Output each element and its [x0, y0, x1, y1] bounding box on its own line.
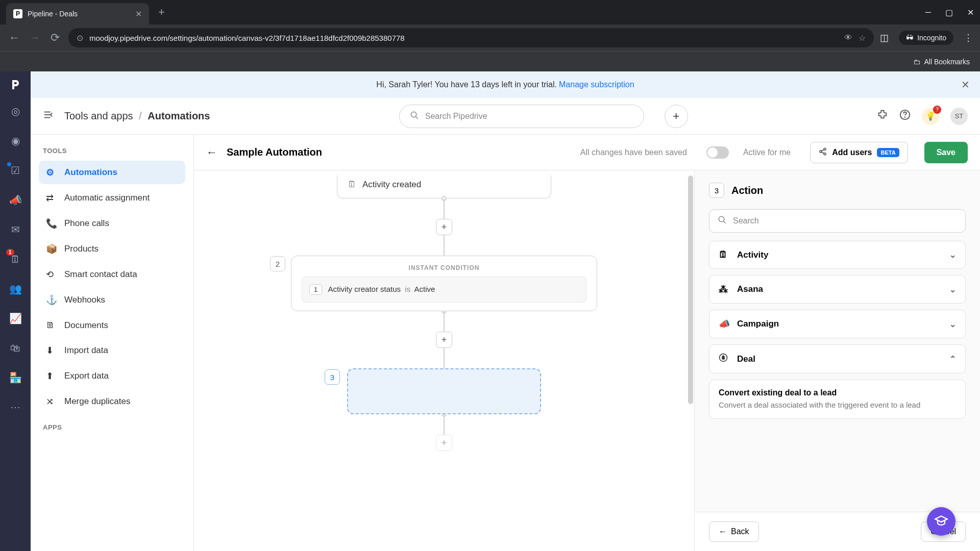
- add-step-button[interactable]: +: [436, 435, 452, 451]
- site-info-icon[interactable]: ⊙: [77, 33, 83, 43]
- import-icon: ⬇: [46, 345, 57, 356]
- back-arrow-icon[interactable]: ←: [206, 146, 217, 159]
- sidebar-item-merge[interactable]: ⤨ Merge duplicates: [39, 390, 185, 413]
- maximize-icon[interactable]: ▢: [945, 8, 953, 17]
- rail-contacts-icon[interactable]: 👥: [5, 279, 26, 299]
- automation-canvas[interactable]: 🗓 Activity created + 2: [194, 170, 694, 551]
- action-description: Convert a deal associated with the trigg…: [719, 399, 956, 410]
- close-window-icon[interactable]: ✕: [967, 8, 974, 17]
- forward-nav-icon[interactable]: →: [28, 31, 42, 44]
- condition-field: Activity creator status: [328, 285, 401, 293]
- sidebar-item-import[interactable]: ⬇ Import data: [39, 339, 185, 362]
- hide-icon[interactable]: 👁: [844, 33, 852, 42]
- connector: [444, 348, 445, 368]
- active-toggle[interactable]: [706, 146, 729, 159]
- sidebar-heading-apps: APPS: [39, 423, 185, 431]
- minimize-icon[interactable]: ─: [925, 8, 931, 17]
- sidebar-toggle-icon[interactable]: [43, 109, 54, 123]
- app-header: Tools and apps / Automations Search Pipe…: [31, 98, 980, 135]
- reload-icon[interactable]: ⟳: [48, 31, 62, 44]
- user-avatar[interactable]: ST: [950, 108, 968, 125]
- side-panel-icon[interactable]: ◫: [880, 32, 889, 43]
- trigger-node[interactable]: 🗓 Activity created: [337, 176, 551, 198]
- rail-mail-icon[interactable]: ✉: [5, 219, 26, 240]
- url-input[interactable]: ⊙ moodjoy.pipedrive.com/settings/automat…: [68, 28, 874, 47]
- category-asana[interactable]: ⁂ Asana ⌄: [709, 275, 966, 304]
- quick-add-button[interactable]: +: [665, 105, 688, 128]
- help-icon[interactable]: [899, 109, 911, 123]
- breadcrumb-parent[interactable]: Tools and apps: [64, 110, 133, 121]
- sidebar-item-phone-calls[interactable]: 📞 Phone calls: [39, 212, 185, 235]
- rail-more-icon[interactable]: ⋯: [5, 397, 26, 417]
- automation-title[interactable]: Sample Automation: [227, 146, 322, 158]
- category-activity[interactable]: 🗓 Activity ⌄: [709, 241, 966, 269]
- global-search-input[interactable]: Search Pipedrive: [399, 105, 644, 128]
- add-step-button[interactable]: +: [436, 332, 452, 348]
- rail-campaigns-icon[interactable]: 📣: [5, 190, 26, 210]
- rail-insights-icon[interactable]: 📈: [5, 308, 26, 329]
- back-nav-icon[interactable]: ←: [7, 31, 21, 44]
- panel-back-button[interactable]: ← Back: [709, 521, 759, 542]
- asana-icon: ⁂: [719, 284, 730, 295]
- rail-deals-icon[interactable]: ◉: [5, 131, 26, 151]
- condition-value: Active: [414, 285, 435, 293]
- rail-marketplace-icon[interactable]: 🏪: [5, 367, 26, 388]
- condition-node[interactable]: 2 INSTANT CONDITION 1 Activity creator s…: [194, 256, 694, 311]
- sidebar-item-documents[interactable]: 🗎 Documents: [39, 314, 185, 337]
- sidebar-item-automations[interactable]: ⚙ Automations: [39, 161, 185, 184]
- rail-activities-icon[interactable]: 1🗓: [5, 249, 26, 269]
- connector: [444, 198, 445, 219]
- sidebar-item-export[interactable]: ⬆ Export data: [39, 364, 185, 388]
- canvas-scrollbar[interactable]: [686, 170, 694, 551]
- add-users-button[interactable]: Add users BETA: [810, 142, 908, 163]
- sidebar-item-auto-assignment[interactable]: ⇄ Automatic assignment: [39, 186, 185, 210]
- new-tab-button[interactable]: +: [153, 6, 170, 19]
- calendar-icon: 🗓: [348, 180, 356, 190]
- category-campaign[interactable]: 📣 Campaign ⌄: [709, 310, 966, 338]
- sales-assistant-icon[interactable]: 💡 ?: [922, 108, 939, 125]
- assignment-icon: ⇄: [46, 192, 57, 204]
- category-deal[interactable]: $ Deal ⌃: [709, 344, 966, 373]
- trigger-label: Activity created: [362, 180, 421, 190]
- svg-line-13: [723, 221, 726, 223]
- extensions-icon[interactable]: [877, 109, 888, 123]
- sidebar-item-webhooks[interactable]: ⚓ Webhooks: [39, 288, 185, 312]
- tab-close-icon[interactable]: ✕: [135, 9, 142, 19]
- url-text: moodjoy.pipedrive.com/settings/automatio…: [89, 34, 838, 42]
- category-label: Activity: [737, 250, 768, 260]
- svg-line-4: [415, 116, 418, 119]
- svg-point-9: [824, 153, 826, 155]
- rail-projects-icon[interactable]: ☑: [5, 160, 26, 181]
- action-convert-deal-to-lead[interactable]: Convert existing deal to a lead Convert …: [709, 380, 966, 419]
- rail-leads-icon[interactable]: ◎: [5, 101, 26, 121]
- bookmark-star-icon[interactable]: ☆: [859, 33, 866, 43]
- beta-badge: BETA: [877, 148, 899, 157]
- condition-row[interactable]: 1 Activity creator status is Active: [302, 277, 586, 303]
- learn-fab[interactable]: [927, 507, 955, 536]
- search-icon: [410, 111, 419, 122]
- tab-favicon: P: [13, 9, 22, 18]
- rail-products-icon[interactable]: 🛍: [5, 338, 26, 358]
- all-bookmarks-link[interactable]: All Bookmarks: [924, 58, 970, 66]
- toggle-label: Active for me: [743, 148, 791, 157]
- settings-sidebar: TOOLS ⚙ Automations ⇄ Automatic assignme…: [31, 135, 194, 551]
- banner-close-icon[interactable]: ✕: [961, 79, 970, 91]
- canvas-toolbar: ← Sample Automation All changes have bee…: [194, 135, 980, 170]
- browser-tab[interactable]: P Pipeline - Deals ✕: [6, 3, 149, 24]
- panel-title: Action: [731, 185, 763, 196]
- sidebar-item-products[interactable]: 📦 Products: [39, 237, 185, 261]
- action-placeholder-node[interactable]: 3: [347, 368, 541, 414]
- connector: [444, 235, 445, 256]
- incognito-badge[interactable]: 🕶 Incognito: [899, 31, 953, 45]
- sidebar-item-smart-contact[interactable]: ⟲ Smart contact data: [39, 263, 185, 286]
- manage-subscription-link[interactable]: Manage subscription: [559, 80, 634, 89]
- trial-banner: Hi, Sarah Tyler! You have 13 days left i…: [31, 71, 980, 98]
- add-step-button[interactable]: +: [436, 219, 452, 235]
- dollar-icon: $: [719, 353, 730, 365]
- svg-point-6: [905, 117, 905, 117]
- save-button[interactable]: Save: [924, 142, 968, 163]
- chrome-menu-icon[interactable]: ⋮: [964, 32, 973, 43]
- action-search-input[interactable]: Search: [709, 209, 966, 233]
- search-placeholder: Search: [733, 216, 759, 226]
- pipedrive-logo[interactable]: [8, 78, 22, 92]
